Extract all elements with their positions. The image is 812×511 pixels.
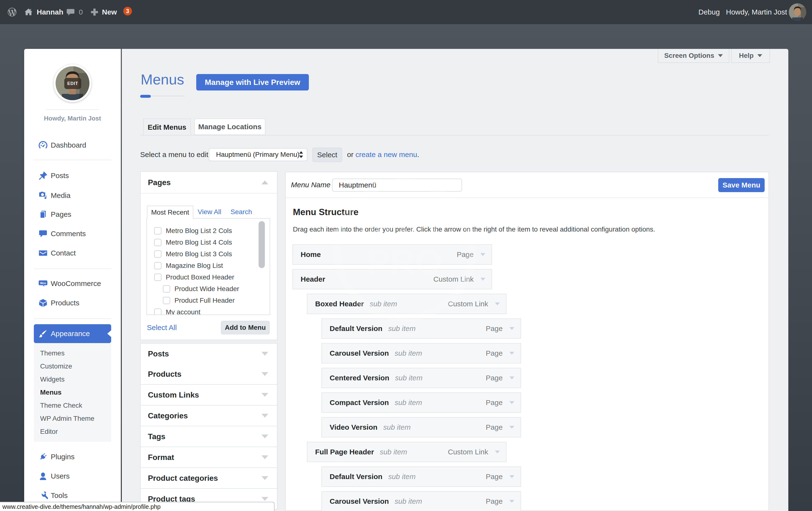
- svg-text:Woo: Woo: [40, 281, 46, 285]
